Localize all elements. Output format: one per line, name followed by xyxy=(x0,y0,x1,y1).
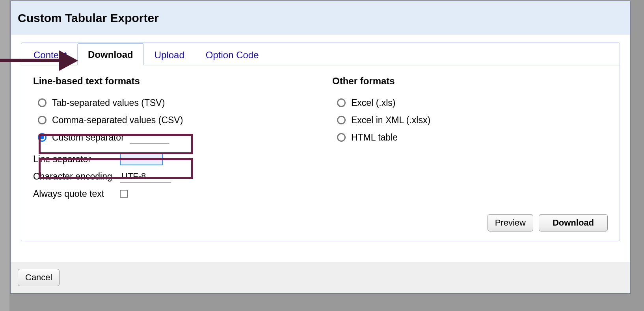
radio-row-tsv[interactable]: Tab-separated values (TSV) xyxy=(38,96,309,109)
panel-button-row: Preview Download xyxy=(33,214,608,231)
download-button[interactable]: Download xyxy=(539,214,608,231)
tab-bar: Content Download Upload Option Code xyxy=(21,43,620,65)
encoding-row: Character encoding xyxy=(33,169,309,183)
radio-label-xlsx: Excel in XML (.xlsx) xyxy=(351,115,430,126)
radio-label-tsv: Tab-separated values (TSV) xyxy=(52,98,165,108)
download-panel: Line-based text formats Tab-separated va… xyxy=(21,65,620,241)
radio-row-xls[interactable]: Excel (.xls) xyxy=(337,96,608,109)
encoding-label: Character encoding xyxy=(33,171,120,182)
cancel-button[interactable]: Cancel xyxy=(18,269,60,286)
radio-row-custom[interactable]: Custom separator xyxy=(38,131,309,144)
radio-icon[interactable] xyxy=(38,116,47,124)
radio-row-xlsx[interactable]: Excel in XML (.xlsx) xyxy=(337,113,608,127)
radio-row-csv[interactable]: Comma-separated values (CSV) xyxy=(38,113,309,127)
always-quote-row: Always quote text xyxy=(33,187,309,201)
dialog-footer: Cancel xyxy=(11,262,630,293)
text-format-settings: Line separator Character encoding Always… xyxy=(33,152,309,201)
exporter-dialog: Custom Tabular Exporter Content Download… xyxy=(10,1,631,294)
line-formats-column: Line-based text formats Tab-separated va… xyxy=(33,76,309,204)
radio-label-custom: Custom separator xyxy=(52,132,124,143)
radio-icon[interactable] xyxy=(337,116,346,124)
radio-row-html[interactable]: HTML table xyxy=(337,131,608,144)
radio-icon[interactable] xyxy=(38,133,47,142)
preview-button[interactable]: Preview xyxy=(488,214,533,231)
radio-icon[interactable] xyxy=(337,98,346,107)
tab-container: Content Download Upload Option Code Line… xyxy=(21,43,620,241)
background-obscured xyxy=(0,0,9,311)
tab-option-code[interactable]: Option Code xyxy=(195,44,270,65)
tab-content[interactable]: Content xyxy=(23,44,77,65)
always-quote-checkbox[interactable] xyxy=(120,190,128,198)
line-formats-heading: Line-based text formats xyxy=(33,76,309,87)
tab-download[interactable]: Download xyxy=(77,43,144,65)
radio-icon[interactable] xyxy=(337,133,346,142)
radio-icon[interactable] xyxy=(38,98,47,107)
radio-label-csv: Comma-separated values (CSV) xyxy=(52,115,183,126)
tab-upload[interactable]: Upload xyxy=(144,44,195,65)
radio-label-html: HTML table xyxy=(351,132,398,143)
dialog-body: Content Download Upload Option Code Line… xyxy=(11,35,630,241)
encoding-input[interactable] xyxy=(120,170,171,183)
dialog-header: Custom Tabular Exporter xyxy=(11,1,630,35)
line-separator-row: Line separator xyxy=(33,152,309,166)
always-quote-label: Always quote text xyxy=(33,189,120,199)
custom-separator-input[interactable] xyxy=(130,131,169,144)
line-separator-input[interactable] xyxy=(120,153,163,165)
line-separator-label: Line separator xyxy=(33,154,120,165)
radio-label-xls: Excel (.xls) xyxy=(351,98,395,108)
dialog-title: Custom Tabular Exporter xyxy=(18,11,159,24)
other-formats-column: Other formats Excel (.xls) Excel in XML … xyxy=(332,76,608,204)
other-formats-heading: Other formats xyxy=(332,76,608,87)
